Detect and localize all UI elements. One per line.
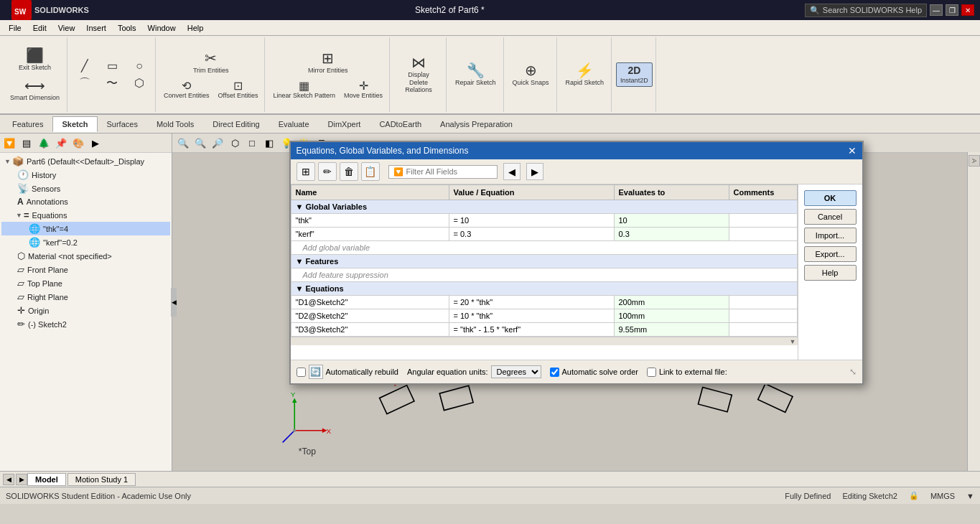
tree-item-sketch2[interactable]: ✏ (-) Sketch2 bbox=[1, 317, 170, 331]
smart-dimension-button[interactable]: ⟷ Smart Dimension bbox=[6, 75, 64, 104]
tab-surfaces[interactable]: Surfaces bbox=[98, 116, 147, 132]
polygon-button[interactable]: ⬡ bbox=[126, 75, 152, 91]
tree-label-thk: "thk"=4 bbox=[43, 225, 68, 233]
tree-item-annotations[interactable]: A Annotations bbox=[1, 195, 170, 208]
minimize-btn[interactable]: — bbox=[930, 4, 943, 16]
add-global-var-row[interactable]: Add global variable bbox=[291, 241, 797, 255]
table-row[interactable]: "D3@Sketch2" = "thk" - 1.5 * "kerf" 9.55… bbox=[291, 323, 797, 337]
angular-units-select[interactable]: Degrees Radians bbox=[491, 365, 541, 378]
tab-evaluate[interactable]: Evaluate bbox=[269, 116, 319, 132]
section-expand-gv[interactable]: ▼ bbox=[296, 202, 304, 211]
section-expand-feat[interactable]: ▼ bbox=[296, 257, 304, 266]
tab-sketch[interactable]: Sketch bbox=[52, 116, 97, 132]
menu-item-tools[interactable]: Tools bbox=[112, 22, 142, 34]
move-entities-button[interactable]: ✛ Move Entities bbox=[340, 78, 386, 101]
edit-equation-button[interactable]: ✏ bbox=[318, 162, 337, 181]
quick-snaps-button[interactable]: ⊕ Quick Snaps bbox=[508, 60, 554, 89]
trim-entities-button[interactable]: ✂ Trim Entities bbox=[189, 48, 233, 77]
dialog-title-bar[interactable]: Equations, Global Variables, and Dimensi… bbox=[291, 142, 862, 159]
nav-left-btn[interactable]: ◀ bbox=[3, 474, 14, 485]
menu-item-window[interactable]: Window bbox=[142, 22, 182, 34]
menu-item-help[interactable]: Help bbox=[182, 22, 210, 34]
tab-direct-editing[interactable]: Direct Editing bbox=[203, 116, 269, 132]
repair-sketch-button[interactable]: 🔧 Repair Sketch bbox=[451, 60, 500, 89]
search-bar[interactable]: 🔍 Search SOLIDWORKS Help bbox=[805, 4, 927, 17]
close-btn[interactable]: ✕ bbox=[961, 4, 974, 16]
tab-model[interactable]: Model bbox=[27, 473, 66, 486]
tree-item-sensors[interactable]: 📡 Sensors bbox=[1, 182, 170, 195]
table-row[interactable]: "kerf" = 0.3 0.3 bbox=[291, 228, 797, 241]
view-toggle-tree[interactable]: 🌲 bbox=[36, 135, 52, 151]
tab-analysis[interactable]: Analysis Preparation bbox=[431, 116, 522, 132]
search-icon: 🔍 bbox=[810, 6, 820, 15]
spline-button[interactable]: 〜 bbox=[99, 75, 125, 91]
cancel-button[interactable]: Cancel bbox=[804, 209, 857, 225]
canvas-area[interactable]: 🔍 🔍 🔎 ⬡ □ ◧ 💡 🌟 🖥 ⋯ bbox=[172, 134, 980, 471]
nav-right-btn[interactable]: ▶ bbox=[16, 474, 27, 485]
section-expand-eq[interactable]: ▼ bbox=[296, 284, 304, 293]
line-button[interactable]: ╱ bbox=[72, 58, 98, 74]
settings-icon[interactable]: ▼ bbox=[966, 492, 974, 500]
filter-input[interactable] bbox=[406, 167, 493, 176]
convert-entities-button[interactable]: ⟲ Convert Entities bbox=[160, 78, 213, 101]
scroll-indicator[interactable]: ▼ bbox=[291, 337, 798, 345]
delete-equation-button[interactable]: 🗑 bbox=[340, 162, 358, 181]
auto-rebuild-icon-button[interactable]: 🔄 bbox=[309, 365, 323, 379]
auto-rebuild-checkbox[interactable] bbox=[297, 368, 306, 377]
maximize-btn[interactable]: ❐ bbox=[946, 4, 958, 16]
table-row[interactable]: "D1@Sketch2" = 20 * "thk" 200mm bbox=[291, 296, 797, 309]
filter-field[interactable]: 🔽 bbox=[388, 165, 498, 179]
bottom-tabs-bar: ◀ ▶ Model Motion Study 1 bbox=[0, 471, 980, 487]
table-row[interactable]: "thk" = 10 10 bbox=[291, 214, 797, 228]
tab-cadtoearth[interactable]: CADtoEarth bbox=[370, 116, 431, 132]
tab-dimxpert[interactable]: DimXpert bbox=[319, 116, 370, 132]
menu-item-view[interactable]: View bbox=[52, 22, 81, 34]
export-button[interactable]: Export... bbox=[804, 246, 857, 262]
prev-button[interactable]: ◀ bbox=[503, 163, 521, 180]
tree-item-equations[interactable]: ▼ = Equations bbox=[1, 208, 170, 222]
tab-features[interactable]: Features bbox=[3, 116, 52, 132]
table-row[interactable]: "D2@Sketch2" = 10 * "thk" 100mm bbox=[291, 309, 797, 323]
auto-solve-checkbox[interactable] bbox=[550, 368, 559, 377]
tree-item-origin[interactable]: ✛ Origin bbox=[1, 304, 170, 317]
mirror-entities-button[interactable]: ⊞ Mirror Entities bbox=[304, 48, 353, 77]
instant2d-button[interactable]: 2D Instant2D bbox=[616, 62, 653, 87]
ok-button[interactable]: OK bbox=[804, 190, 857, 206]
pin-button[interactable]: 📌 bbox=[53, 135, 69, 151]
tree-item-thk-eq[interactable]: 🌐 "thk"=4 bbox=[1, 222, 170, 235]
equation-view-button[interactable]: 📋 bbox=[361, 162, 380, 181]
tree-item-kerf-eq[interactable]: 🌐 "kerf"=0.2 bbox=[1, 235, 170, 249]
link-external-checkbox[interactable] bbox=[647, 368, 656, 377]
dialog-close-button[interactable]: ✕ bbox=[848, 145, 857, 156]
linear-sketch-pattern-button[interactable]: ▦ Linear Sketch Pattern bbox=[269, 78, 339, 101]
arc-button[interactable]: ⌒ bbox=[72, 75, 98, 91]
expand-button[interactable]: ▶ bbox=[88, 135, 103, 151]
tab-motion-study[interactable]: Motion Study 1 bbox=[67, 473, 136, 486]
add-feature-row[interactable]: Add feature suppression bbox=[291, 268, 797, 282]
tree-item-top-plane[interactable]: ▱ Top Plane bbox=[1, 276, 170, 290]
next-button[interactable]: ▶ bbox=[526, 163, 543, 180]
help-button[interactable]: Help bbox=[804, 265, 857, 281]
tab-mold-tools[interactable]: Mold Tools bbox=[147, 116, 203, 132]
display-button[interactable]: 🎨 bbox=[70, 135, 86, 151]
tree-item-part6[interactable]: ▼ 📦 Part6 (Default<<Default>_Display bbox=[1, 154, 170, 168]
rapid-sketch-button[interactable]: ⚡ Rapid Sketch bbox=[561, 60, 609, 89]
tree-item-history[interactable]: 🕐 History bbox=[1, 168, 170, 182]
filter-button[interactable]: 🔽 bbox=[1, 135, 17, 151]
circle-button[interactable]: ○ bbox=[126, 58, 152, 74]
resize-handle[interactable]: ⤡ bbox=[849, 367, 857, 377]
offset-entities-button[interactable]: ⊡ Offset Entities bbox=[215, 78, 262, 101]
tree-item-material[interactable]: ⬡ Material <not specified> bbox=[1, 249, 170, 263]
display-delete-relations-button[interactable]: ⋈ Display Delete Relations bbox=[394, 52, 443, 97]
menu-item-file[interactable]: File bbox=[3, 22, 27, 34]
rectangle-button[interactable]: ▭ bbox=[99, 58, 125, 74]
menu-item-insert[interactable]: Insert bbox=[80, 22, 112, 34]
add-equation-button[interactable]: ⊞ bbox=[297, 162, 315, 181]
import-button[interactable]: Import... bbox=[804, 228, 857, 243]
exit-sketch-button[interactable]: ⬛ Exit Sketch bbox=[14, 45, 55, 74]
tree-item-right-plane[interactable]: ▱ Right Plane bbox=[1, 290, 170, 304]
tree-item-front-plane[interactable]: ▱ Front Plane bbox=[1, 263, 170, 276]
left-panel: 🔽 ▤ 🌲 📌 🎨 ▶ ▼ 📦 Part6 (Default<<Default>… bbox=[0, 134, 172, 471]
view-toggle-list[interactable]: ▤ bbox=[19, 135, 34, 151]
menu-item-edit[interactable]: Edit bbox=[27, 22, 52, 34]
